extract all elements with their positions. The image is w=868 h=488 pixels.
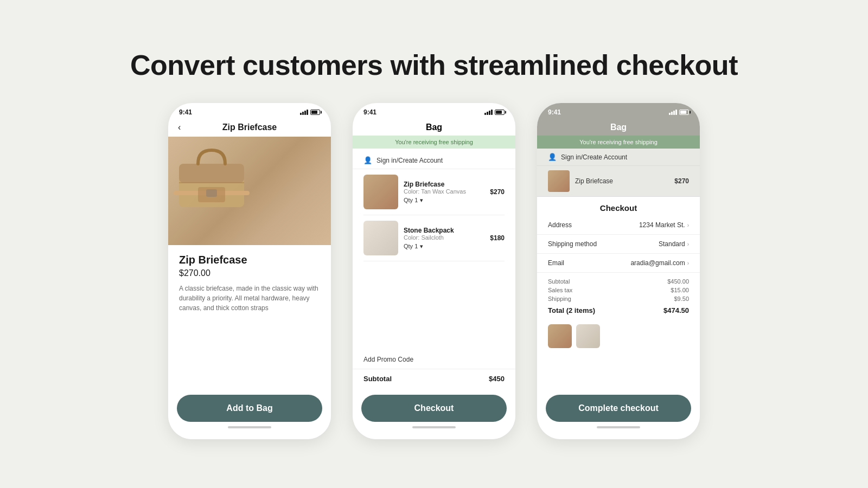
phone-3-button-area: Complete checkout <box>537 388 700 439</box>
subtotal-line: Subtotal $450.00 <box>548 277 689 286</box>
free-shipping-banner-2: You're receiving free shipping <box>353 136 515 149</box>
phone-3-inner: 9:41 Bag You're receiving free shipping <box>537 103 700 439</box>
add-to-bag-button[interactable]: Add to Bag <box>177 395 322 422</box>
status-bar-1: 9:41 <box>168 103 331 118</box>
tax-line: Sales tax $15.00 <box>548 286 689 294</box>
home-indicator-3 <box>546 422 691 431</box>
back-button-1[interactable]: ‹ <box>178 123 181 132</box>
status-right-1 <box>300 110 320 115</box>
address-label: Address <box>548 221 572 229</box>
email-label: Email <box>548 259 564 267</box>
mini-cart-item: Zip Briefcase $270 <box>537 166 700 197</box>
signal-icon-1 <box>300 110 308 115</box>
cart-item-info-2: Stone Backpack Color: Sailcloth Qty 1 ▾ <box>404 227 484 250</box>
product-desc-1: A classic briefcase, made in the classic… <box>179 284 320 313</box>
product-nav-title-1: Zip Briefcase <box>222 123 277 132</box>
cart-items-list: Zip Briefcase Color: Tan Wax Canvas Qty … <box>353 169 515 350</box>
cart-item-qty-2[interactable]: Qty 1 ▾ <box>404 243 484 250</box>
product-details-1: Zip Briefcase $270.00 A classic briefcas… <box>168 245 331 388</box>
product-nav-1: ‹ Zip Briefcase <box>168 118 331 137</box>
phones-container: 9:41 ‹ Zip Briefcase <box>168 103 700 439</box>
thumbnail-row <box>537 320 700 352</box>
battery-icon-3 <box>679 110 689 115</box>
checkout-shipping-row[interactable]: Shipping method Standard › <box>537 235 700 254</box>
sign-in-row-2[interactable]: 👤 Sign in/Create Account <box>353 152 515 169</box>
checkout-email-row[interactable]: Email aradia@gmail.com › <box>537 254 700 273</box>
mini-item-name: Zip Briefcase <box>575 177 669 185</box>
status-time-3: 9:41 <box>548 108 561 116</box>
cart-item-name-1: Zip Briefcase <box>404 181 484 188</box>
signal-icon-2 <box>484 110 493 115</box>
mini-cart-img <box>548 170 570 192</box>
thumb-1 <box>548 324 572 348</box>
cart-item-color-1: Color: Tan Wax Canvas <box>404 188 484 195</box>
address-chevron: › <box>687 222 689 228</box>
bag-screen-title-3: Bag <box>537 118 700 136</box>
address-value: 1234 Market St. › <box>639 221 689 229</box>
checkout-button[interactable]: Checkout <box>361 395 507 422</box>
status-bar-3: 9:41 <box>537 103 700 118</box>
phone-1-card: 9:41 ‹ Zip Briefcase <box>168 103 331 439</box>
person-icon-2: 👤 <box>363 156 372 164</box>
free-shipping-banner-3: You're receiving free shipping <box>537 136 700 149</box>
svg-rect-5 <box>198 187 225 202</box>
subtotal-value-2: $450 <box>489 375 505 383</box>
email-value: aradia@gmail.com › <box>630 259 689 267</box>
cart-item-name-2: Stone Backpack <box>404 227 484 234</box>
phone-1-button-area: Add to Bag <box>168 388 331 439</box>
checkout-address-row[interactable]: Address 1234 Market St. › <box>537 216 700 235</box>
bag-screen-title: Bag <box>353 118 515 132</box>
person-icon-3: 👤 <box>548 153 557 161</box>
shipping-label: Shipping method <box>548 240 597 248</box>
phone-2-button-area: Checkout <box>353 388 515 439</box>
phone-2-card: 9:41 Bag You're receiving free shipping <box>353 103 515 439</box>
grand-total-line: Total (2 items) $474.50 <box>548 305 689 316</box>
phone-2-inner: 9:41 Bag You're receiving free shipping <box>353 103 515 439</box>
cart-item-img-1 <box>363 175 398 209</box>
status-right-2 <box>484 110 505 115</box>
status-time-1: 9:41 <box>179 108 192 116</box>
subtotal-row-2: Subtotal $450 <box>353 369 515 388</box>
shipping-chevron: › <box>687 241 689 247</box>
subtotal-label-2: Subtotal <box>363 375 392 383</box>
complete-checkout-button[interactable]: Complete checkout <box>546 395 691 422</box>
phone-1-inner: 9:41 ‹ Zip Briefcase <box>168 103 331 439</box>
shipping-cost-line: Shipping $9.50 <box>548 294 689 303</box>
cart-item-color-2: Color: Sailcloth <box>404 234 484 241</box>
product-price-1: $270.00 <box>179 268 320 278</box>
shipping-value: Standard › <box>659 240 689 248</box>
checkout-section-title: Checkout <box>537 197 700 216</box>
status-time-2: 9:41 <box>363 108 376 116</box>
promo-code-row[interactable]: Add Promo Code <box>353 350 515 369</box>
cart-item-qty-1[interactable]: Qty 1 ▾ <box>404 197 484 204</box>
cart-item-1: Zip Briefcase Color: Tan Wax Canvas Qty … <box>363 169 505 215</box>
cart-item-img-2 <box>363 221 398 255</box>
product-bag-svg <box>168 137 255 218</box>
home-indicator-2 <box>361 422 507 431</box>
signal-icon-3 <box>669 110 677 115</box>
status-bar-2: 9:41 <box>353 103 515 118</box>
phone-3-card: 9:41 Bag You're receiving free shipping <box>537 103 700 439</box>
status-right-3 <box>669 110 689 115</box>
cart-item-2: Stone Backpack Color: Sailcloth Qty 1 ▾ … <box>363 215 505 261</box>
home-indicator-1 <box>177 422 322 431</box>
thumb-2 <box>576 324 600 348</box>
checkout-section: Checkout Address 1234 Market St. › Shipp… <box>537 197 700 388</box>
sign-in-row-3[interactable]: 👤 Sign in/Create Account <box>537 149 700 166</box>
totals-section: Subtotal $450.00 Sales tax $15.00 Shippi… <box>537 273 700 320</box>
headline: Convert customers with streamlined check… <box>130 49 738 81</box>
battery-icon-1 <box>310 110 320 115</box>
cart-item-price-1: $270 <box>490 188 505 196</box>
product-image-1 <box>168 137 331 245</box>
cart-item-info-1: Zip Briefcase Color: Tan Wax Canvas Qty … <box>404 181 484 204</box>
product-name-1: Zip Briefcase <box>179 254 320 266</box>
sign-in-text-2: Sign in/Create Account <box>376 157 443 164</box>
svg-rect-1 <box>179 164 244 183</box>
email-chevron: › <box>687 260 689 266</box>
sign-in-text-3: Sign in/Create Account <box>561 153 627 161</box>
battery-icon-2 <box>495 110 505 115</box>
mini-item-price: $270 <box>674 177 689 185</box>
cart-item-price-2: $180 <box>490 234 505 242</box>
